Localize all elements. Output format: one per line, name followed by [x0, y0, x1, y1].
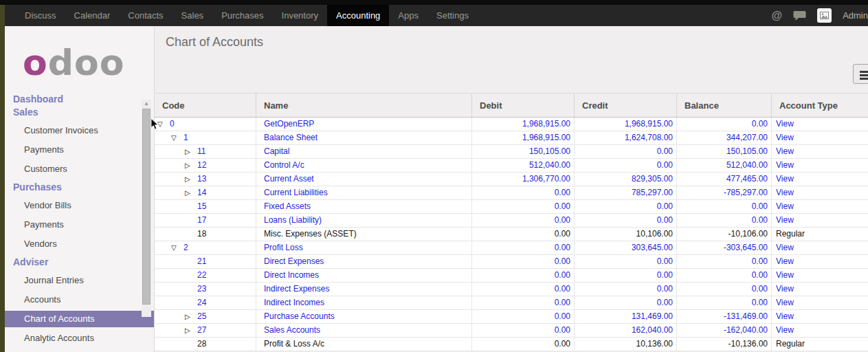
column-header-code: Code	[155, 94, 256, 117]
view-link[interactable]: View	[772, 186, 868, 199]
account-name[interactable]: Loans (Liability)	[264, 215, 322, 225]
account-row-11: ▷11Capital150,105.000.00150,105.00View	[155, 145, 868, 159]
mention-icon[interactable]: @	[772, 10, 783, 22]
chat-bubble-icon[interactable]	[793, 10, 806, 21]
sidebar-scrollbar[interactable]: ▲	[142, 100, 151, 317]
account-name[interactable]: Profit Loss	[264, 243, 303, 252]
account-name[interactable]: Sales Accounts	[264, 325, 320, 335]
name-cell: Purchase Accounts	[256, 310, 472, 323]
nav-item-apps[interactable]: Apps	[389, 5, 427, 26]
name-cell: Direct Incomes	[256, 269, 472, 282]
account-code[interactable]: 23	[197, 284, 206, 294]
view-link[interactable]: View	[772, 173, 868, 186]
balance-value: -10,106.00	[677, 228, 772, 241]
credit-value: 0.00	[575, 283, 677, 296]
view-link[interactable]: View	[772, 159, 868, 172]
sidebar-item-adviser[interactable]: Adviser	[5, 256, 154, 269]
account-code[interactable]: 27	[197, 325, 206, 335]
account-code[interactable]: 17	[197, 215, 206, 225]
sidebar-item-customers[interactable]: Customers	[5, 160, 154, 179]
sidebar-item-chart-of-accounts[interactable]: Chart of Accounts	[5, 311, 154, 327]
collapse-toggle-icon[interactable]: ▽	[171, 241, 183, 254]
scroll-up-arrow-icon[interactable]: ▲	[142, 100, 151, 108]
sidebar-item-payments[interactable]: Payments	[5, 140, 154, 160]
view-link[interactable]: View	[772, 118, 868, 131]
view-link[interactable]: View	[772, 131, 868, 144]
code-cell: ▷27	[155, 324, 256, 337]
sidebar-item-journal-entries[interactable]: Journal Entries	[5, 271, 154, 290]
account-row-12: ▷12Control A/c512,040.000.00512,040.00Vi…	[155, 159, 868, 173]
sidebar-item-accounts[interactable]: Accounts	[5, 290, 154, 309]
view-link[interactable]: View	[772, 241, 868, 254]
nav-item-inventory[interactable]: Inventory	[273, 5, 327, 26]
account-name[interactable]: Purchase Accounts	[264, 311, 335, 321]
account-code[interactable]: 2	[183, 243, 188, 252]
view-link[interactable]: View	[772, 310, 868, 323]
expand-toggle-icon[interactable]: ▷	[185, 324, 197, 337]
account-name[interactable]: Direct Expenses	[264, 256, 324, 266]
collapse-toggle-icon[interactable]: ▽	[171, 131, 183, 144]
account-code[interactable]: 24	[197, 298, 206, 307]
expand-toggle-icon[interactable]: ▷	[185, 173, 197, 186]
account-code[interactable]: 14	[197, 188, 206, 197]
credit-value: 829,305.00	[575, 173, 677, 186]
list-view-button[interactable]	[853, 64, 868, 84]
view-link[interactable]: View	[772, 214, 868, 227]
nav-item-accounting[interactable]: Accounting	[327, 5, 389, 26]
sidebar-item-dashboard[interactable]: Dashboard	[5, 93, 154, 106]
view-link[interactable]: View	[772, 324, 868, 337]
sidebar-item-vendor-bills[interactable]: Vendor Bills	[5, 196, 154, 215]
account-code[interactable]: 0	[170, 119, 175, 129]
account-name[interactable]: Fixed Assets	[264, 201, 311, 211]
expand-toggle-icon[interactable]: ▷	[185, 145, 197, 158]
scrollbar-thumb[interactable]	[142, 109, 151, 305]
nav-item-purchases[interactable]: Purchases	[212, 5, 272, 26]
account-code[interactable]: 12	[197, 160, 206, 170]
account-code[interactable]: 11	[197, 146, 205, 156]
account-name[interactable]: Direct Incomes	[264, 270, 319, 280]
credit-value: 0.00	[575, 296, 677, 309]
expand-toggle-icon[interactable]: ▷	[185, 310, 197, 323]
sidebar-item-purchases[interactable]: Purchases	[5, 181, 154, 194]
credit-value: 0.00	[575, 214, 677, 227]
view-link[interactable]: View	[772, 255, 868, 268]
account-code[interactable]: 22	[197, 270, 206, 280]
name-cell: Indirect Incomes	[256, 296, 472, 309]
nav-item-calendar[interactable]: Calendar	[65, 5, 120, 26]
account-name[interactable]: Control A/c	[264, 160, 304, 170]
odoo-logo[interactable]: odoo	[5, 26, 154, 87]
sidebar-item-customer-invoices[interactable]: Customer Invoices	[5, 121, 154, 140]
account-name[interactable]: Current Liabilities	[264, 188, 328, 197]
account-name[interactable]: Balance Sheet	[264, 133, 318, 142]
avatar-placeholder-icon[interactable]	[817, 8, 832, 23]
nav-item-contacts[interactable]: Contacts	[119, 5, 172, 26]
account-code[interactable]: 25	[197, 311, 206, 321]
debit-value: 0.00	[472, 269, 575, 282]
nav-item-discuss[interactable]: Discuss	[16, 5, 65, 26]
account-code[interactable]: 1	[183, 133, 188, 142]
view-link[interactable]: View	[772, 200, 868, 213]
account-name[interactable]: Indirect Expenses	[264, 284, 329, 294]
account-code[interactable]: 15	[197, 201, 206, 211]
view-link[interactable]: View	[772, 296, 868, 309]
sidebar-item-vendors[interactable]: Vendors	[5, 234, 154, 254]
account-name[interactable]: Current Asset	[264, 174, 314, 184]
expand-toggle-icon[interactable]: ▷	[185, 159, 197, 172]
account-name[interactable]: Capital	[264, 146, 289, 156]
account-code[interactable]: 21	[197, 256, 206, 266]
sidebar-item-sales[interactable]: Sales	[5, 106, 154, 119]
sidebar-item-payments[interactable]: Payments	[5, 215, 154, 234]
account-name[interactable]: GetOpenERP	[264, 119, 314, 129]
user-name[interactable]: Admin	[843, 10, 868, 21]
account-name[interactable]: Indirect Incomes	[264, 298, 324, 307]
balance-value: 0.00	[677, 283, 772, 296]
nav-item-sales[interactable]: Sales	[173, 5, 213, 26]
account-code[interactable]: 13	[197, 174, 206, 184]
collapse-toggle-icon[interactable]: ▽	[157, 118, 170, 131]
view-link[interactable]: View	[772, 145, 868, 158]
sidebar-item-analytic-accounts[interactable]: Analytic Accounts	[5, 329, 154, 348]
expand-toggle-icon[interactable]: ▷	[185, 186, 197, 199]
view-link[interactable]: View	[772, 269, 868, 282]
view-link[interactable]: View	[772, 283, 868, 296]
nav-item-settings[interactable]: Settings	[427, 5, 478, 26]
